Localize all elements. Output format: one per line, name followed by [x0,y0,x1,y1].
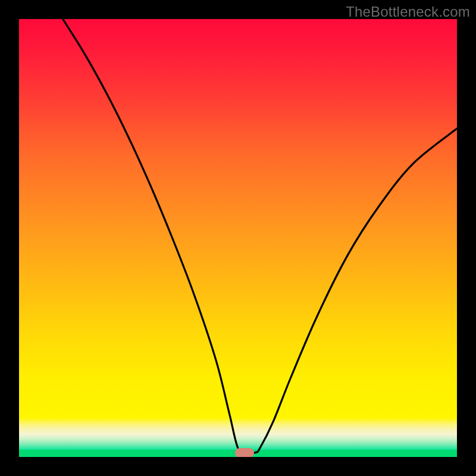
plot-area [19,19,457,457]
optimum-marker [235,448,254,457]
chart-frame: TheBottleneck.com [0,0,476,476]
bottleneck-curve [19,19,457,457]
watermark-text: TheBottleneck.com [346,4,470,20]
